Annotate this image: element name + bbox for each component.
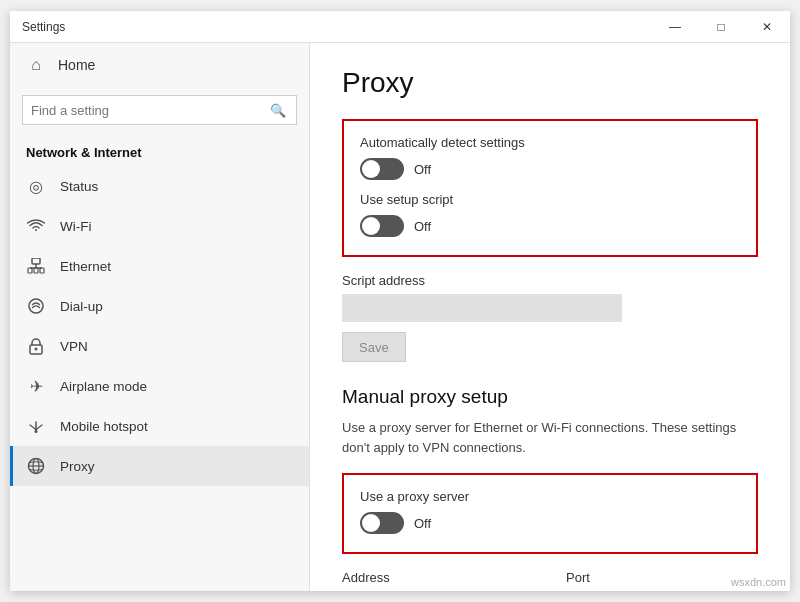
svg-point-8	[35, 348, 38, 351]
titlebar-title: Settings	[22, 20, 65, 34]
sidebar-item-airplane[interactable]: ✈ Airplane mode	[10, 366, 309, 406]
use-proxy-toggle[interactable]	[360, 512, 404, 534]
use-proxy-toggle-label: Off	[414, 516, 431, 531]
minimize-button[interactable]: —	[652, 11, 698, 43]
save-button[interactable]: Save	[342, 332, 406, 362]
titlebar-controls: — □ ✕	[652, 11, 790, 43]
sidebar-item-status[interactable]: ◎ Status	[10, 166, 309, 206]
maximize-button[interactable]: □	[698, 11, 744, 43]
dialup-icon	[26, 296, 46, 316]
sidebar-item-label: Proxy	[60, 459, 95, 474]
home-icon: ⌂	[26, 55, 46, 75]
sidebar-item-hotspot[interactable]: Mobile hotspot	[10, 406, 309, 446]
port-label: Port	[566, 570, 646, 585]
proxy-icon	[26, 456, 46, 476]
setup-script-label: Use setup script	[360, 192, 740, 207]
search-icon: 🔍	[268, 100, 288, 120]
sidebar-item-vpn[interactable]: VPN	[10, 326, 309, 366]
use-proxy-label: Use a proxy server	[360, 489, 740, 504]
svg-rect-0	[32, 258, 40, 264]
auto-detect-toggle[interactable]	[360, 158, 404, 180]
manual-title: Manual proxy setup	[342, 386, 758, 408]
manual-desc: Use a proxy server for Ethernet or Wi-Fi…	[342, 418, 758, 457]
port-field: Port	[566, 570, 646, 591]
home-label: Home	[58, 57, 95, 73]
search-box[interactable]: 🔍	[22, 95, 297, 125]
watermark: wsxdn.com	[731, 576, 786, 588]
ethernet-icon	[26, 256, 46, 276]
close-button[interactable]: ✕	[744, 11, 790, 43]
sidebar-item-ethernet[interactable]: Ethernet	[10, 246, 309, 286]
sidebar-item-label: Wi-Fi	[60, 219, 91, 234]
use-proxy-toggle-row: Off	[360, 512, 740, 534]
setup-script-toggle-label: Off	[414, 219, 431, 234]
sidebar-item-label: Status	[60, 179, 98, 194]
sidebar-section-title: Network & Internet	[10, 133, 309, 166]
script-address-label: Script address	[342, 273, 758, 288]
titlebar: Settings — □ ✕	[10, 11, 790, 43]
sidebar-item-wifi[interactable]: Wi-Fi	[10, 206, 309, 246]
auto-detect-label: Automatically detect settings	[360, 135, 740, 150]
address-port-row: Address Port	[342, 570, 758, 591]
sidebar-item-label: Dial-up	[60, 299, 103, 314]
sidebar-item-label: Ethernet	[60, 259, 111, 274]
sidebar-item-proxy[interactable]: Proxy	[10, 446, 309, 486]
page-title: Proxy	[342, 67, 758, 99]
airplane-icon: ✈	[26, 376, 46, 396]
svg-point-9	[35, 430, 38, 433]
sidebar-item-label: VPN	[60, 339, 88, 354]
vpn-icon	[26, 336, 46, 356]
auto-detect-toggle-label: Off	[414, 162, 431, 177]
sidebar-item-home[interactable]: ⌂ Home	[10, 43, 309, 87]
main-panel: Proxy Automatically detect settings Off …	[310, 43, 790, 591]
sidebar: ⌂ Home 🔍 Network & Internet ◎ Status	[10, 43, 310, 591]
sidebar-item-label: Mobile hotspot	[60, 419, 148, 434]
proxy-server-box: Use a proxy server Off	[342, 473, 758, 554]
sidebar-item-label: Airplane mode	[60, 379, 147, 394]
sidebar-item-dialup[interactable]: Dial-up	[10, 286, 309, 326]
address-label: Address	[342, 570, 542, 585]
script-address-input[interactable]	[342, 294, 622, 322]
auto-settings-box: Automatically detect settings Off Use se…	[342, 119, 758, 257]
auto-detect-toggle-row: Off	[360, 158, 740, 180]
content-area: ⌂ Home 🔍 Network & Internet ◎ Status	[10, 43, 790, 591]
hotspot-icon	[26, 416, 46, 436]
status-icon: ◎	[26, 176, 46, 196]
settings-window: Settings — □ ✕ ⌂ Home 🔍 Network & Intern…	[10, 11, 790, 591]
setup-script-toggle-row: Off	[360, 215, 740, 237]
wifi-icon	[26, 216, 46, 236]
search-input[interactable]	[31, 103, 262, 118]
address-field: Address	[342, 570, 542, 591]
setup-script-toggle[interactable]	[360, 215, 404, 237]
